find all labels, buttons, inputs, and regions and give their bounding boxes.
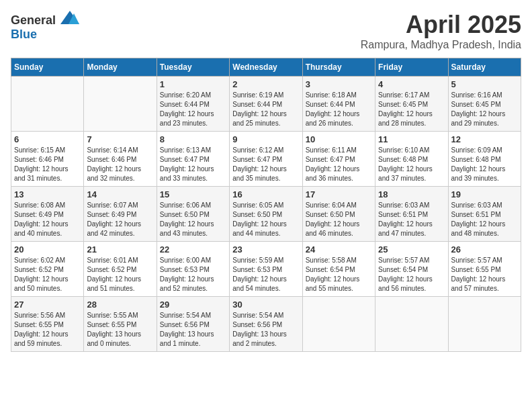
calendar-table: SundayMondayTuesdayWednesdayThursdayFrid… (11, 58, 521, 352)
calendar-cell (84, 77, 157, 132)
day-info: Sunrise: 6:15 AM Sunset: 6:46 PM Dayligh… (14, 146, 81, 183)
day-info: Sunrise: 6:08 AM Sunset: 6:49 PM Dayligh… (14, 201, 81, 238)
day-info: Sunrise: 6:02 AM Sunset: 6:52 PM Dayligh… (14, 256, 81, 293)
day-number: 11 (378, 134, 445, 144)
logo-blue: Blue (11, 28, 37, 41)
calendar-week-5: 27Sunrise: 5:56 AM Sunset: 6:55 PM Dayli… (11, 297, 521, 352)
day-number: 17 (306, 189, 372, 199)
calendar-cell: 20Sunrise: 6:02 AM Sunset: 6:52 PM Dayli… (11, 242, 84, 297)
day-info: Sunrise: 6:10 AM Sunset: 6:48 PM Dayligh… (378, 146, 445, 183)
calendar-cell: 5Sunrise: 6:16 AM Sunset: 6:45 PM Daylig… (448, 77, 521, 132)
header-saturday: Saturday (448, 58, 521, 77)
calendar-cell: 17Sunrise: 6:04 AM Sunset: 6:50 PM Dayli… (302, 187, 375, 242)
calendar-cell: 29Sunrise: 5:54 AM Sunset: 6:56 PM Dayli… (157, 297, 229, 352)
day-number: 30 (232, 300, 299, 310)
calendar-cell (302, 297, 375, 352)
day-info: Sunrise: 6:04 AM Sunset: 6:50 PM Dayligh… (306, 201, 372, 238)
day-number: 13 (14, 189, 81, 199)
calendar-cell: 26Sunrise: 5:57 AM Sunset: 6:55 PM Dayli… (448, 242, 521, 297)
day-info: Sunrise: 6:19 AM Sunset: 6:44 PM Dayligh… (232, 91, 299, 128)
day-number: 22 (160, 244, 226, 255)
calendar-cell: 3Sunrise: 6:18 AM Sunset: 6:44 PM Daylig… (302, 77, 375, 132)
day-number: 5 (451, 79, 518, 89)
day-number: 26 (451, 244, 518, 255)
calendar-cell: 8Sunrise: 6:13 AM Sunset: 6:47 PM Daylig… (157, 132, 229, 187)
logo-general: General (11, 13, 56, 27)
day-info: Sunrise: 5:58 AM Sunset: 6:54 PM Dayligh… (306, 256, 372, 293)
calendar-cell: 13Sunrise: 6:08 AM Sunset: 6:49 PM Dayli… (11, 187, 84, 242)
calendar-cell (11, 77, 84, 132)
calendar-subtitle: Rampura, Madhya Pradesh, India (361, 39, 521, 51)
calendar-cell: 25Sunrise: 5:57 AM Sunset: 6:54 PM Dayli… (375, 242, 448, 297)
header-wednesday: Wednesday (230, 58, 302, 77)
day-number: 25 (378, 244, 445, 255)
day-info: Sunrise: 6:01 AM Sunset: 6:52 PM Dayligh… (87, 256, 153, 293)
day-number: 3 (306, 79, 372, 89)
calendar-cell: 12Sunrise: 6:09 AM Sunset: 6:48 PM Dayli… (448, 132, 521, 187)
header-monday: Monday (84, 58, 157, 77)
day-number: 1 (160, 79, 226, 89)
day-number: 4 (378, 79, 445, 89)
calendar-cell: 16Sunrise: 6:05 AM Sunset: 6:50 PM Dayli… (230, 187, 302, 242)
calendar-cell: 23Sunrise: 5:59 AM Sunset: 6:53 PM Dayli… (230, 242, 302, 297)
calendar-cell: 21Sunrise: 6:01 AM Sunset: 6:52 PM Dayli… (84, 242, 157, 297)
calendar-cell: 19Sunrise: 6:03 AM Sunset: 6:51 PM Dayli… (448, 187, 521, 242)
day-info: Sunrise: 5:56 AM Sunset: 6:55 PM Dayligh… (14, 311, 81, 349)
calendar-cell: 24Sunrise: 5:58 AM Sunset: 6:54 PM Dayli… (302, 242, 375, 297)
day-info: Sunrise: 6:00 AM Sunset: 6:53 PM Dayligh… (160, 256, 226, 293)
day-info: Sunrise: 5:55 AM Sunset: 6:55 PM Dayligh… (87, 311, 153, 349)
day-info: Sunrise: 5:54 AM Sunset: 6:56 PM Dayligh… (232, 311, 299, 349)
calendar-cell: 22Sunrise: 6:00 AM Sunset: 6:53 PM Dayli… (157, 242, 229, 297)
calendar-cell: 9Sunrise: 6:12 AM Sunset: 6:47 PM Daylig… (230, 132, 302, 187)
day-number: 21 (87, 244, 153, 255)
day-info: Sunrise: 6:13 AM Sunset: 6:47 PM Dayligh… (160, 146, 226, 183)
logo-icon (60, 11, 79, 24)
day-info: Sunrise: 5:57 AM Sunset: 6:55 PM Dayligh… (451, 256, 518, 293)
title-area: April 2025 Rampura, Madhya Pradesh, Indi… (361, 11, 521, 51)
day-number: 9 (232, 134, 299, 144)
day-info: Sunrise: 5:59 AM Sunset: 6:53 PM Dayligh… (232, 256, 299, 293)
day-info: Sunrise: 6:03 AM Sunset: 6:51 PM Dayligh… (378, 201, 445, 238)
day-number: 12 (451, 134, 518, 144)
calendar-cell: 11Sunrise: 6:10 AM Sunset: 6:48 PM Dayli… (375, 132, 448, 187)
calendar-cell: 30Sunrise: 5:54 AM Sunset: 6:56 PM Dayli… (230, 297, 302, 352)
calendar-cell (375, 297, 448, 352)
calendar-cell: 14Sunrise: 6:07 AM Sunset: 6:49 PM Dayli… (84, 187, 157, 242)
day-info: Sunrise: 6:05 AM Sunset: 6:50 PM Dayligh… (232, 201, 299, 238)
day-number: 6 (14, 134, 81, 144)
calendar-cell: 4Sunrise: 6:17 AM Sunset: 6:45 PM Daylig… (375, 77, 448, 132)
day-number: 23 (232, 244, 299, 255)
calendar-week-3: 13Sunrise: 6:08 AM Sunset: 6:49 PM Dayli… (11, 187, 521, 242)
calendar-cell: 1Sunrise: 6:20 AM Sunset: 6:44 PM Daylig… (157, 77, 229, 132)
logo: General Blue (11, 11, 79, 42)
day-info: Sunrise: 6:06 AM Sunset: 6:50 PM Dayligh… (160, 201, 226, 238)
day-info: Sunrise: 5:57 AM Sunset: 6:54 PM Dayligh… (378, 256, 445, 293)
calendar-header-row: SundayMondayTuesdayWednesdayThursdayFrid… (11, 58, 521, 77)
day-number: 8 (160, 134, 226, 144)
header-sunday: Sunday (11, 58, 84, 77)
day-info: Sunrise: 6:20 AM Sunset: 6:44 PM Dayligh… (160, 91, 226, 128)
calendar-cell: 15Sunrise: 6:06 AM Sunset: 6:50 PM Dayli… (157, 187, 229, 242)
day-number: 10 (306, 134, 372, 144)
calendar-title: April 2025 (361, 11, 521, 39)
day-number: 19 (451, 189, 518, 199)
calendar-cell: 2Sunrise: 6:19 AM Sunset: 6:44 PM Daylig… (230, 77, 302, 132)
day-number: 24 (306, 244, 372, 255)
day-number: 15 (160, 189, 226, 199)
header-thursday: Thursday (302, 58, 375, 77)
day-info: Sunrise: 6:14 AM Sunset: 6:46 PM Dayligh… (87, 146, 153, 183)
day-number: 20 (14, 244, 81, 255)
day-info: Sunrise: 5:54 AM Sunset: 6:56 PM Dayligh… (160, 311, 226, 349)
header-tuesday: Tuesday (157, 58, 229, 77)
day-number: 16 (232, 189, 299, 199)
calendar-week-2: 6Sunrise: 6:15 AM Sunset: 6:46 PM Daylig… (11, 132, 521, 187)
calendar-week-1: 1Sunrise: 6:20 AM Sunset: 6:44 PM Daylig… (11, 77, 521, 132)
calendar-cell: 6Sunrise: 6:15 AM Sunset: 6:46 PM Daylig… (11, 132, 84, 187)
calendar-cell: 28Sunrise: 5:55 AM Sunset: 6:55 PM Dayli… (84, 297, 157, 352)
logo-text: General Blue (11, 11, 79, 42)
page-header: General Blue April 2025 Rampura, Madhya … (11, 11, 521, 51)
day-info: Sunrise: 6:03 AM Sunset: 6:51 PM Dayligh… (451, 201, 518, 238)
day-number: 28 (87, 300, 153, 310)
calendar-cell (448, 297, 521, 352)
day-number: 27 (14, 300, 81, 310)
